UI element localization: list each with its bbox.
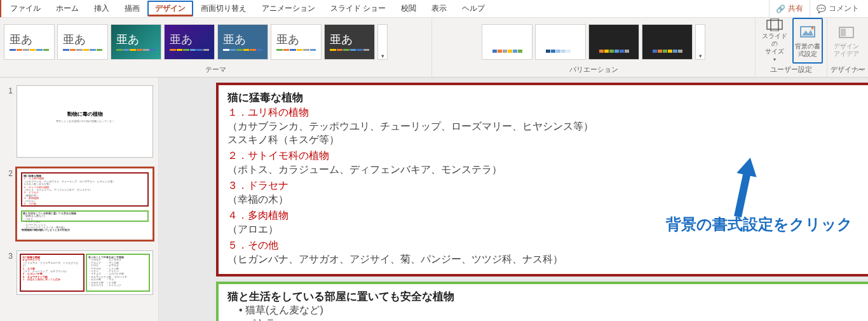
tab-file[interactable]: ファイル bbox=[3, 0, 48, 17]
list-heading: ５．その他 bbox=[227, 239, 868, 252]
ribbon-tabs: ファイル ホーム 挿入 描画 デザイン 画面切り替え アニメーション スライド … bbox=[0, 0, 868, 18]
comment-button[interactable]: 💬コメント bbox=[810, 0, 865, 17]
slide-size-icon bbox=[766, 18, 783, 31]
slide-number: 1 bbox=[5, 85, 13, 95]
svg-rect-4 bbox=[841, 29, 846, 36]
tab-help[interactable]: ヘルプ bbox=[454, 0, 492, 17]
work-area: 1 動物に毒の植物 意外とよくある植物が犬や猫の猛毒になっている！ 2 猫に猛毒… bbox=[0, 78, 868, 321]
theme-thumb[interactable]: 亜あ bbox=[164, 24, 215, 60]
tab-slideshow[interactable]: スライド ショー bbox=[323, 0, 393, 17]
theme-thumb[interactable]: 亜あ bbox=[217, 24, 268, 60]
text-box[interactable]: 猫と生活をしている部屋に置いても安全な植物 猫草(えん麦など) パキラ アジアン… bbox=[216, 282, 868, 321]
body-text: （アロエ） bbox=[227, 223, 868, 236]
chevron-down-icon: ▾ bbox=[381, 53, 384, 59]
variation-thumb[interactable] bbox=[588, 24, 639, 60]
slide-thumbnails[interactable]: 1 動物に毒の植物 意外とよくある植物が犬や猫の猛毒になっている！ 2 猫に猛毒… bbox=[0, 78, 159, 321]
design-ideas-icon bbox=[837, 24, 855, 41]
slide-thumb[interactable]: 猫に猛毒な植物１．ユリ科の植物（カサブランカ、テッポウユリ、チューリップ、ローズ… bbox=[17, 168, 153, 240]
slide-thumb[interactable]: 動物に毒の植物 意外とよくある植物が犬や猫の猛毒になっている！ bbox=[17, 85, 153, 158]
slide-size-button[interactable]: スライドの サイズ ▾ bbox=[759, 18, 790, 64]
group-label-user: ユーザー設定 bbox=[757, 64, 825, 76]
format-background-icon bbox=[799, 24, 817, 41]
group-label-themes: テーマ bbox=[1, 64, 430, 76]
list-item: パキラ bbox=[239, 317, 868, 321]
theme-thumb[interactable]: 亜あ bbox=[4, 24, 55, 60]
variation-thumb[interactable] bbox=[642, 24, 693, 60]
text-box[interactable]: 猫に猛毒な植物 １．ユリ科の植物 （カサブランカ、テッポウユリ、チューリップ、ロ… bbox=[216, 83, 868, 277]
list-heading: ３．ドラセナ bbox=[227, 179, 868, 193]
heading: 猫と生活をしている部屋に置いても安全な植物 bbox=[227, 289, 868, 304]
chevron-down-icon: ▾ bbox=[699, 53, 702, 59]
variation-thumb[interactable] bbox=[535, 24, 586, 60]
collapse-ribbon-button[interactable]: ︿ bbox=[857, 64, 864, 74]
theme-thumb[interactable]: 亜あ bbox=[271, 24, 322, 60]
ribbon: 亜あ 亜あ 亜あ 亜あ 亜あ 亜あ 亜あ ▾ テーマ ▾ バリエーション スライ… bbox=[0, 18, 868, 78]
list-heading: ２．サトイモ科の植物 bbox=[227, 149, 868, 163]
list-item: 猫草(えん麦など) bbox=[239, 304, 868, 317]
design-ideas-button[interactable]: デザイン アイデア bbox=[831, 18, 862, 64]
body-text: （ヒガンバナ、アサガオ、アジサイ、菊、パンジー、ツツジ科、ナス科） bbox=[227, 253, 868, 266]
chevron-up-icon: ︿ bbox=[857, 64, 864, 73]
variation-thumb[interactable] bbox=[482, 24, 532, 60]
group-label-variations: バリエーション bbox=[433, 64, 754, 76]
bullet-list: 猫草(えん麦など) パキラ アジアンタム bbox=[227, 304, 868, 321]
slide-thumb[interactable]: 犬に猛毒な植物キョウチクトウ（クリスマス、クリスマスローズ、トリカブトなど）１．… bbox=[17, 250, 153, 295]
list-heading: １．ユリ科の植物 bbox=[227, 106, 868, 120]
tab-draw[interactable]: 描画 bbox=[117, 0, 147, 17]
comment-icon: 💬 bbox=[817, 4, 826, 13]
theme-thumb[interactable]: 亜あ bbox=[324, 24, 375, 60]
tab-home[interactable]: ホーム bbox=[48, 0, 86, 17]
body-text: （ポトス、カラジューム、ディフェンバキア、モンステラ） bbox=[227, 163, 868, 177]
theme-thumb[interactable]: 亜あ bbox=[57, 24, 108, 60]
variations-more-button[interactable]: ▾ bbox=[695, 24, 705, 60]
slide-number: 3 bbox=[5, 250, 13, 261]
tab-animation[interactable]: アニメーション bbox=[254, 0, 323, 17]
svg-rect-0 bbox=[767, 20, 782, 29]
tab-design[interactable]: デザイン bbox=[147, 1, 193, 17]
themes-more-button[interactable]: ▾ bbox=[377, 24, 388, 60]
share-button[interactable]: 🔗共有 bbox=[769, 0, 810, 17]
list-heading: ４．多肉植物 bbox=[227, 209, 868, 222]
slide-number: 2 bbox=[5, 168, 13, 178]
tab-insert[interactable]: 挿入 bbox=[86, 0, 117, 17]
tab-review[interactable]: 校閲 bbox=[393, 0, 424, 17]
body-text: （幸福の木） bbox=[227, 193, 868, 207]
tab-transition[interactable]: 画面切り替え bbox=[193, 0, 254, 17]
body-text: （カサブランカ、テッポウユリ、チューリップ、ローズマリー、ヒヤシンス等）ススキノ… bbox=[227, 120, 868, 147]
share-icon: 🔗 bbox=[776, 4, 785, 13]
format-background-button[interactable]: 背景の書 式設定 bbox=[792, 18, 823, 64]
tab-view[interactable]: 表示 bbox=[424, 0, 454, 17]
chevron-down-icon: ▾ bbox=[773, 57, 776, 63]
heading: 猫に猛毒な植物 bbox=[227, 90, 868, 105]
slide-canvas[interactable]: 猫に猛毒な植物 １．ユリ科の植物 （カサブランカ、テッポウユリ、チューリップ、ロ… bbox=[159, 78, 868, 321]
theme-thumb[interactable]: 亜あ bbox=[111, 24, 161, 60]
